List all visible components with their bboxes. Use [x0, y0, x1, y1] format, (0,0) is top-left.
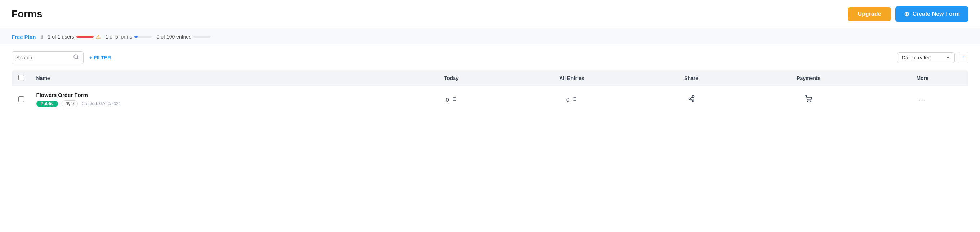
edit-badge: 0: [62, 100, 78, 107]
upgrade-button[interactable]: Upgrade: [848, 7, 891, 21]
entries-text: 0 of 100 entries: [157, 34, 192, 40]
today-value: 0: [446, 97, 449, 103]
create-label: Create New Form: [912, 11, 960, 17]
sort-select[interactable]: Date created ▼: [897, 52, 955, 63]
forms-table: Name Today All Entries Share Payments Mo…: [11, 70, 969, 113]
forms-text: 1 of 5 forms: [105, 34, 132, 40]
today-count: 0: [407, 96, 496, 103]
search-box[interactable]: [11, 51, 84, 64]
header-row: Name Today All Entries Share Payments Mo…: [12, 70, 969, 86]
table-row: Flowers Order Form Public 0 Created: 07/…: [12, 86, 969, 113]
list-icon-svg: [451, 96, 457, 102]
checkbox-header-col: [12, 70, 30, 86]
svg-line-17: [690, 99, 692, 100]
row-checkbox[interactable]: [18, 96, 24, 102]
row-checkbox-cell: [12, 86, 30, 113]
col-header-share: Share: [642, 70, 740, 86]
row-payments-cell[interactable]: [740, 86, 877, 113]
col-header-all-entries: All Entries: [501, 70, 642, 86]
plan-bar: Free Plan ℹ 1 of 1 users ⚠ 1 of 5 forms …: [0, 29, 980, 45]
forms-stat: 1 of 5 forms: [105, 34, 152, 40]
plus-circle-icon: ⊕: [904, 10, 909, 18]
sort-asc-button[interactable]: ↑: [958, 52, 969, 64]
col-header-today: Today: [401, 70, 501, 86]
cart-icon[interactable]: [805, 97, 812, 104]
all-entries-value: 0: [566, 97, 569, 103]
edit-count: 0: [72, 101, 74, 106]
svg-line-18: [690, 97, 692, 98]
sort-select-label: Date created: [902, 55, 931, 60]
select-all-checkbox[interactable]: [18, 75, 24, 80]
col-header-payments: Payments: [740, 70, 877, 86]
page-title: Forms: [11, 8, 43, 20]
users-progress-bar: [76, 36, 94, 38]
users-progress-fill: [76, 36, 94, 38]
forms-progress-fill: [134, 36, 138, 38]
search-input[interactable]: [16, 55, 70, 60]
search-icon: [73, 54, 79, 61]
create-new-form-button[interactable]: ⊕ Create New Form: [895, 6, 969, 22]
page-header: Forms Upgrade ⊕ Create New Form: [0, 0, 980, 29]
row-more-cell[interactable]: ···: [877, 86, 968, 113]
row-name-cell: Flowers Order Form Public 0 Created: 07/…: [30, 86, 401, 113]
filter-button[interactable]: + FILTER: [89, 55, 111, 60]
toolbar: + FILTER Date created ▼ ↑: [0, 45, 980, 70]
status-badge: Public: [37, 100, 58, 107]
more-dots-icon[interactable]: ···: [918, 95, 927, 103]
table-header: Name Today All Entries Share Payments Mo…: [12, 70, 969, 86]
toolbar-left: + FILTER: [11, 51, 111, 64]
table-container: Name Today All Entries Share Payments Mo…: [0, 70, 980, 113]
header-actions: Upgrade ⊕ Create New Form: [848, 6, 969, 22]
svg-point-20: [811, 101, 811, 102]
row-all-entries-cell: 0: [501, 86, 642, 113]
form-name: Flowers Order Form: [37, 92, 396, 98]
share-icon[interactable]: [688, 97, 695, 104]
info-icon[interactable]: ℹ: [41, 34, 43, 40]
chevron-down-icon: ▼: [946, 55, 950, 60]
users-stat: 1 of 1 users ⚠: [48, 33, 100, 40]
toolbar-right: Date created ▼ ↑: [897, 52, 969, 64]
list-icon-entries: [571, 96, 577, 103]
col-header-name: Name: [30, 70, 401, 86]
svg-point-19: [807, 101, 808, 102]
svg-line-1: [77, 58, 78, 59]
col-header-more: More: [877, 70, 968, 86]
forms-progress-bar: [134, 36, 152, 38]
all-entries-count: 0: [507, 96, 636, 103]
created-text: Created: 07/20/2021: [81, 101, 121, 106]
plan-label: Free Plan: [11, 34, 36, 40]
table-body: Flowers Order Form Public 0 Created: 07/…: [12, 86, 969, 113]
row-share-cell[interactable]: [642, 86, 740, 113]
pencil-icon: [65, 102, 70, 106]
list-icon-today: [451, 96, 457, 103]
form-meta: Public 0 Created: 07/20/2021: [37, 100, 396, 107]
users-text: 1 of 1 users: [48, 34, 74, 40]
list-icon-entries-svg: [571, 96, 577, 102]
warn-icon: ⚠: [96, 33, 100, 40]
entries-progress-bar: [194, 36, 211, 38]
entries-stat: 0 of 100 entries: [157, 34, 211, 40]
row-today-cell: 0: [401, 86, 501, 113]
